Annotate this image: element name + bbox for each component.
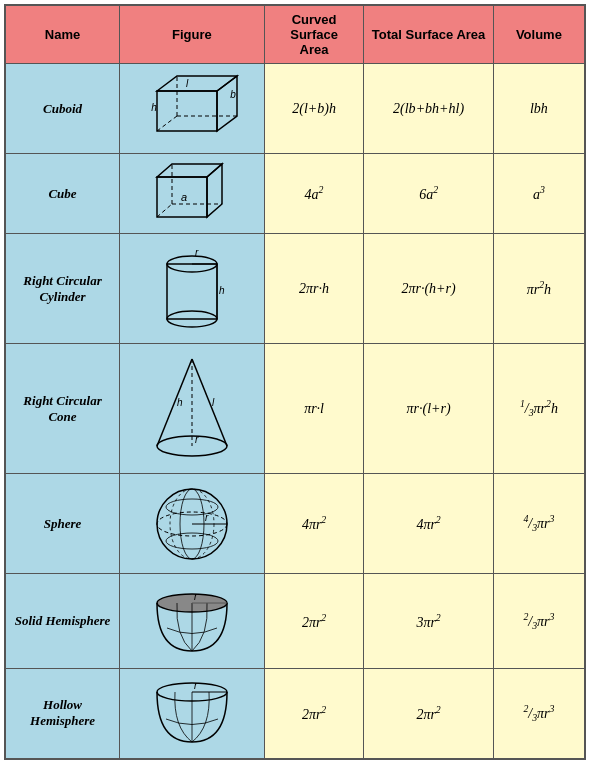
name-sphere: Sphere — [5, 474, 120, 574]
tsa-hollow-hemi: 2πr2 — [364, 669, 493, 759]
table-row: Right Circular Cone h l r πr·l πr·(l+r — [5, 344, 585, 474]
svg-line-3 — [157, 116, 177, 131]
tsa-solid-hemi: 3πr2 — [364, 574, 493, 669]
header-tsa: Total Surface Area — [364, 5, 493, 64]
vol-cube: a3 — [493, 154, 585, 234]
table-row: Solid Hemisphere r 2πr2 3 — [5, 574, 585, 669]
table-row: Cuboid l h b — [5, 64, 585, 154]
svg-point-32 — [166, 499, 218, 515]
figure-cylinder: r h — [120, 234, 265, 344]
svg-text:a: a — [181, 191, 187, 203]
svg-marker-2 — [217, 76, 237, 131]
vol-cylinder: πr2h — [493, 234, 585, 344]
svg-marker-10 — [157, 164, 222, 177]
svg-text:h: h — [219, 285, 225, 296]
figure-cone: h l r — [120, 344, 265, 474]
svg-marker-0 — [157, 91, 217, 131]
figure-cuboid: l h b — [120, 64, 265, 154]
header-csa: CurvedSurfaceArea — [264, 5, 364, 64]
table-row: Sphere r 4πr2 4πr2 4/ — [5, 474, 585, 574]
csa-cube: 4a2 — [264, 154, 364, 234]
svg-text:l: l — [212, 397, 215, 408]
table-row: Cube a 4a2 6a2 a3 — [5, 154, 585, 234]
tsa-sphere: 4πr2 — [364, 474, 493, 574]
svg-text:l: l — [186, 78, 189, 89]
header-name: Name — [5, 5, 120, 64]
header-volume: Volume — [493, 5, 585, 64]
csa-solid-hemi: 2πr2 — [264, 574, 364, 669]
tsa-cone: πr·(l+r) — [364, 344, 493, 474]
vol-solid-hemi: 2/3πr3 — [493, 574, 585, 669]
figure-sphere: r — [120, 474, 265, 574]
svg-line-12 — [157, 204, 172, 217]
svg-text:b: b — [230, 89, 236, 100]
csa-hollow-hemi: 2πr2 — [264, 669, 364, 759]
svg-line-24 — [157, 359, 192, 446]
csa-cuboid: 2(l+b)h — [264, 64, 364, 154]
name-solid-hemi: Solid Hemisphere — [5, 574, 120, 669]
name-cube: Cube — [5, 154, 120, 234]
svg-text:r: r — [194, 680, 198, 691]
table-row: Hollow Hemisphere r 2πr2 — [5, 669, 585, 759]
tsa-cube: 6a2 — [364, 154, 493, 234]
csa-sphere: 4πr2 — [264, 474, 364, 574]
svg-marker-1 — [157, 76, 237, 91]
name-cuboid: Cuboid — [5, 64, 120, 154]
table-row: Right Circular Cylinder r h 2πr·h 2πr — [5, 234, 585, 344]
figure-cube: a — [120, 154, 265, 234]
figure-solid-hemi: r — [120, 574, 265, 669]
vol-cuboid: lbh — [493, 64, 585, 154]
name-hollow-hemi: Hollow Hemisphere — [5, 669, 120, 759]
vol-sphere: 4/3πr3 — [493, 474, 585, 574]
csa-cone: πr·l — [264, 344, 364, 474]
tsa-cuboid: 2(lb+bh+hl) — [364, 64, 493, 154]
svg-point-33 — [166, 533, 218, 549]
figure-hollow-hemi: r — [120, 669, 265, 759]
csa-cylinder: 2πr·h — [264, 234, 364, 344]
header-figure: Figure — [120, 5, 265, 64]
svg-marker-11 — [207, 164, 222, 217]
vol-cone: 1/3πr2h — [493, 344, 585, 474]
name-cone: Right Circular Cone — [5, 344, 120, 474]
vol-hollow-hemi: 2/3πr3 — [493, 669, 585, 759]
name-cylinder: Right Circular Cylinder — [5, 234, 120, 344]
tsa-cylinder: 2πr·(h+r) — [364, 234, 493, 344]
svg-text:h: h — [151, 102, 157, 113]
svg-text:h: h — [177, 397, 183, 408]
svg-line-25 — [192, 359, 227, 446]
